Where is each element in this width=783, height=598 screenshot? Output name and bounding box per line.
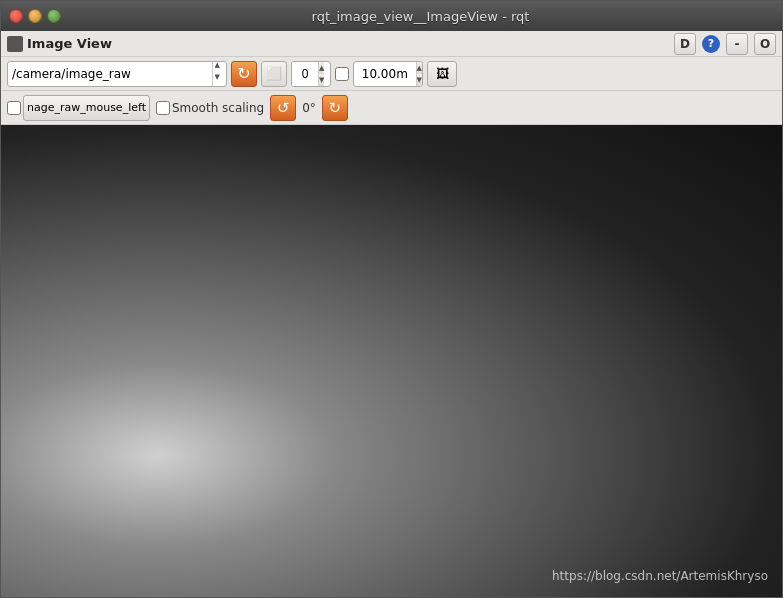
rotate-left-button[interactable]: ↺ xyxy=(270,95,296,121)
menubar: Image View D ? - O xyxy=(1,31,782,57)
dynamic-label: nage_raw_mouse_left xyxy=(27,101,146,114)
rotate-right-icon: ↻ xyxy=(329,99,342,117)
angle-label: 0° xyxy=(302,101,316,115)
menubar-right: D ? - O xyxy=(674,33,776,55)
titlebar-buttons xyxy=(9,9,61,23)
minimize-button[interactable] xyxy=(28,9,42,23)
time-spin-down[interactable]: ▼ xyxy=(417,74,422,86)
spin-input[interactable] xyxy=(292,62,318,86)
help-button[interactable]: ? xyxy=(702,35,720,53)
d-button[interactable]: D xyxy=(674,33,696,55)
topic-value: /camera/image_raw xyxy=(12,67,212,81)
checkbox-wrapper1 xyxy=(335,67,349,81)
smooth-checkbox-wrapper: Smooth scaling xyxy=(156,101,264,115)
smooth-checkbox[interactable] xyxy=(156,101,170,115)
dynamic-label-box: nage_raw_mouse_left xyxy=(23,95,150,121)
minus-button[interactable]: - xyxy=(726,33,748,55)
close-button[interactable] xyxy=(9,9,23,23)
spin-down[interactable]: ▼ xyxy=(319,74,324,86)
time-spinbox[interactable]: 10.00m ▲ ▼ xyxy=(353,61,423,87)
combo-arrows[interactable]: ▲ ▼ xyxy=(212,62,222,86)
dynamic-checkbox-wrapper: nage_raw_mouse_left xyxy=(7,95,150,121)
spin-up[interactable]: ▲ xyxy=(319,62,324,74)
toolbar1: /camera/image_raw ▲ ▼ ↻ ⬜ ▲ ▼ 10.00m ▲ xyxy=(1,57,782,91)
watermark: https://blog.csdn.net/ArtemisKhryso xyxy=(552,569,768,583)
topic-combobox[interactable]: /camera/image_raw ▲ ▼ xyxy=(7,61,227,87)
panel-title: Image View xyxy=(27,36,670,51)
page-icon: ⬜ xyxy=(266,66,282,81)
rotate-right-button[interactable]: ↻ xyxy=(322,95,348,121)
combo-up-arrow[interactable]: ▲ xyxy=(215,62,220,74)
image-display: https://blog.csdn.net/ArtemisKhryso xyxy=(1,125,782,597)
time-spin-up[interactable]: ▲ xyxy=(417,62,422,74)
save-icon: 🖼 xyxy=(436,66,449,81)
time-spinbox-arrows: ▲ ▼ xyxy=(416,62,422,86)
time-value: 10.00m xyxy=(354,67,416,81)
page-button[interactable]: ⬜ xyxy=(261,61,287,87)
refresh-button[interactable]: ↻ xyxy=(231,61,257,87)
value-spinbox[interactable]: ▲ ▼ xyxy=(291,61,331,87)
titlebar: rqt_image_view__ImageView - rqt xyxy=(1,1,782,31)
save-button[interactable]: 🖼 xyxy=(427,61,457,87)
checkbox1[interactable] xyxy=(335,67,349,81)
maximize-button[interactable] xyxy=(47,9,61,23)
spinbox-arrows: ▲ ▼ xyxy=(318,62,324,86)
menu-icon xyxy=(7,36,23,52)
dynamic-checkbox[interactable] xyxy=(7,101,21,115)
refresh-icon: ↻ xyxy=(237,64,250,83)
rotate-left-icon: ↺ xyxy=(277,99,290,117)
toolbar2: nage_raw_mouse_left Smooth scaling ↺ 0° … xyxy=(1,91,782,125)
smooth-label: Smooth scaling xyxy=(172,101,264,115)
main-window: rqt_image_view__ImageView - rqt Image Vi… xyxy=(0,0,783,598)
window-title: rqt_image_view__ImageView - rqt xyxy=(67,9,774,24)
image-gradient xyxy=(1,125,782,597)
o-button[interactable]: O xyxy=(754,33,776,55)
combo-down-arrow[interactable]: ▼ xyxy=(215,74,220,86)
